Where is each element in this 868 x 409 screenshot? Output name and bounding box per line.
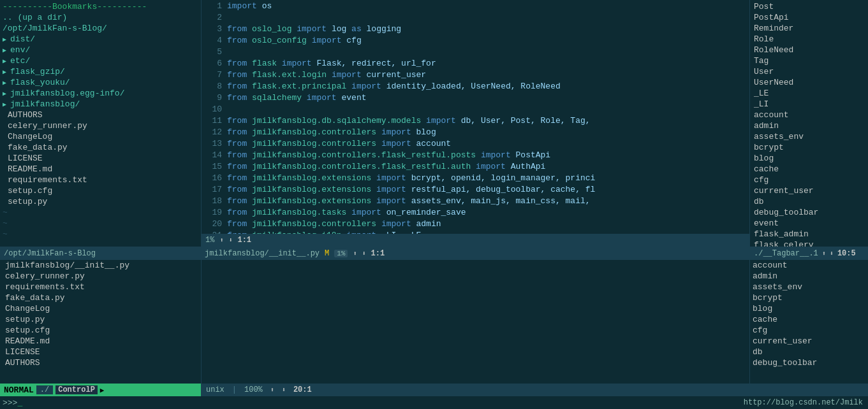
file-tree-tilde-2: ~ — [0, 218, 201, 229]
bottom-file-license[interactable]: LICENSE — [0, 347, 201, 357]
bottom-tag-assets-env[interactable]: assets_env — [750, 282, 868, 292]
tag-event[interactable]: event — [753, 218, 865, 229]
cmd-prompt: >>> — [3, 398, 17, 408]
bottom-file-setup-py[interactable]: setup.py — [0, 314, 201, 325]
bottom-tag-admin[interactable]: admin — [750, 271, 868, 282]
file-tree-dir-flask-youku[interactable]: flask_youku/ — [0, 77, 201, 88]
code-content[interactable]: 1 import os 2 3 from oslo_log import log… — [202, 0, 749, 234]
bottom-tag-account[interactable]: account — [750, 260, 868, 271]
bottom-tag-bcrypt[interactable]: bcrypt — [750, 292, 868, 303]
cmd-input[interactable]: >>> _ — [0, 396, 677, 409]
controlp-icon: ▶ — [100, 386, 105, 394]
bottom-file-readme[interactable]: README.md — [0, 336, 201, 347]
file-tree-file-license[interactable]: LICENSE — [0, 153, 201, 164]
file-tree-file-readme[interactable]: README.md — [0, 164, 201, 175]
tag-flask-admin[interactable]: flask_admin — [753, 229, 865, 240]
code-line-12: 12 from jmilkfansblog.controllers import… — [202, 127, 749, 139]
tag-tag[interactable]: Tag — [753, 55, 865, 66]
code-line-16: 16 from jmilkfansblog.extensions import … — [202, 173, 749, 185]
tag-current-user[interactable]: current_user — [753, 185, 865, 196]
status-pct2: 100% — [244, 385, 263, 394]
status-arr-dn: ⬇ — [282, 386, 286, 394]
editor-container: ----------Bookmarks---------- .. (up a d… — [0, 0, 868, 247]
tag-userneed[interactable]: UserNeed — [753, 77, 865, 88]
tag-role[interactable]: Role — [753, 34, 865, 45]
tag-bcrypt[interactable]: bcrypt — [753, 142, 865, 153]
status-pos2: 20:1 — [293, 385, 312, 394]
code-line-10: 10 — [202, 104, 749, 116]
bookmarks-header: ----------Bookmarks---------- — [0, 1, 201, 12]
bottom-link: http://blog.csdn.net/Jmilk — [677, 396, 868, 409]
file-tree-file-fakedata[interactable]: fake_data.py — [0, 142, 201, 153]
bottom-file-fakedata[interactable]: fake_data.py — [0, 292, 201, 303]
code-line-18: 18 from jmilkfansblog.extensions import … — [202, 196, 749, 208]
file-tree-dir-dist[interactable]: dist/ — [0, 34, 201, 45]
file-tree-dir-jmilkfansblog[interactable]: jmilkfansblog/ — [0, 99, 201, 110]
mode-indicator: NORMAL ./ ControlP ▶ — [0, 384, 201, 396]
tag-li[interactable]: _LI — [753, 99, 865, 110]
file-tree-dir-env[interactable]: env/ — [0, 45, 201, 55]
bottom-file-changelog[interactable]: ChangeLog — [0, 303, 201, 314]
tag-assets-env[interactable]: assets_env — [753, 131, 865, 142]
tag-debug-toolbar[interactable]: debug_toolbar — [753, 207, 865, 218]
tag-post[interactable]: Post — [753, 1, 865, 12]
bottom-file-init[interactable]: jmilkfansblog/__init__.py — [0, 260, 201, 271]
tag-user[interactable]: User — [753, 66, 865, 77]
bottom-tag-cache[interactable]: cache — [750, 314, 868, 325]
status-sep1: | — [232, 385, 237, 394]
tag-flask-celery[interactable]: flask_celery — [753, 240, 865, 247]
code-line-4: 4 from oslo_config import cfg — [202, 36, 749, 47]
code-editor-panel: 1 import os 2 3 from oslo_log import log… — [201, 0, 750, 247]
right-tagbar-status: ./__Tagbar__.1 ⬆ ⬇ 10:5 — [750, 247, 868, 259]
file-tree-dir-flask-gzip[interactable]: flask_gzip/ — [0, 66, 201, 77]
file-tree-file-changelog[interactable]: ChangeLog — [0, 131, 201, 142]
bottom-tag-blog[interactable]: blog — [750, 303, 868, 314]
bottom-tag-current-user[interactable]: current_user — [750, 336, 868, 347]
bottom-tag-db[interactable]: db — [750, 347, 868, 357]
bottom-file-celery[interactable]: celery_runner.py — [0, 271, 201, 282]
file-tree-dir-egg-info[interactable]: jmilkfansblog.egg-info/ — [0, 88, 201, 99]
bottom-status-row: NORMAL ./ ControlP ▶ unix | 100% ⬆ ⬇ 20:… — [0, 384, 868, 396]
code-line-11: 11 from jmilkfansblog.db.sqlalchemy.mode… — [202, 116, 749, 127]
file-tree-file-setup-cfg[interactable]: setup.cfg — [0, 185, 201, 196]
tag-cfg[interactable]: cfg — [753, 175, 865, 185]
bottom-file-setup-cfg[interactable]: setup.cfg — [0, 325, 201, 336]
code-line-20: 20 from jmilkfansblog.controllers import… — [202, 219, 749, 231]
code-arrow-up: ⬆ — [219, 236, 223, 244]
tag-admin[interactable]: admin — [753, 120, 865, 131]
code-pos: 1:1 — [237, 236, 251, 245]
code-pct: 1% — [205, 236, 214, 245]
tag-cache[interactable]: cache — [753, 164, 865, 175]
bottom-tag-cfg[interactable]: cfg — [750, 325, 868, 336]
code-line-15: 15 from jmilkfansblog.controllers.flask_… — [202, 162, 749, 173]
code-line-9: 9 from sqlalchemy import event — [202, 93, 749, 104]
file-tree-file-authors[interactable]: AUTHORS — [0, 110, 201, 120]
code-line-19: 19 from jmilkfansblog.tasks import on_re… — [202, 208, 749, 219]
code-line-17: 17 from jmilkfansblog.extensions import … — [202, 185, 749, 196]
tag-le[interactable]: _LE — [753, 88, 865, 99]
file-tree-up-dir[interactable]: .. (up a dir) — [0, 12, 201, 23]
code-line-14: 14 from jmilkfansblog.controllers.flask_… — [202, 150, 749, 162]
file-tree-file-setup-py[interactable]: setup.py — [0, 196, 201, 207]
bottom-file-list: jmilkfansblog/__init__.py celery_runner.… — [0, 260, 201, 384]
tag-db[interactable]: db — [753, 196, 865, 207]
tag-account[interactable]: account — [753, 110, 865, 120]
code-line-8: 8 from flask.ext.principal import identi… — [202, 82, 749, 93]
tag-reminder[interactable]: Reminder — [753, 23, 865, 34]
status-center: unix | 100% ⬆ ⬇ 20:1 — [201, 384, 750, 396]
file-tree-tilde-1: ~ — [0, 207, 201, 218]
file-tree-file-celery[interactable]: celery_runner.py — [0, 120, 201, 131]
bottom-tagbar: account admin assets_env bcrypt blog cac… — [750, 260, 868, 384]
bottom-file-authors[interactable]: AUTHORS — [0, 357, 201, 368]
file-tree-dir-etc[interactable]: etc/ — [0, 55, 201, 66]
tag-blog[interactable]: blog — [753, 153, 865, 164]
bottom-tag-debug-toolbar[interactable]: debug_toolbar — [750, 357, 868, 368]
tag-roleneed[interactable]: RoleNeed — [753, 45, 865, 55]
tagbar-panel: Post PostApi Reminder Role RoleNeed Tag … — [750, 0, 868, 247]
tag-postapi[interactable]: PostApi — [753, 12, 865, 23]
file-tree-file-requirements[interactable]: requirements.txt — [0, 175, 201, 185]
file-tree-root[interactable]: /opt/JmilkFan-s-Blog/ — [0, 23, 201, 34]
code-line-1: 1 import os — [202, 1, 749, 13]
bottom-panels: jmilkfansblog/__init__.py celery_runner.… — [0, 259, 868, 384]
bottom-file-requirements[interactable]: requirements.txt — [0, 282, 201, 292]
